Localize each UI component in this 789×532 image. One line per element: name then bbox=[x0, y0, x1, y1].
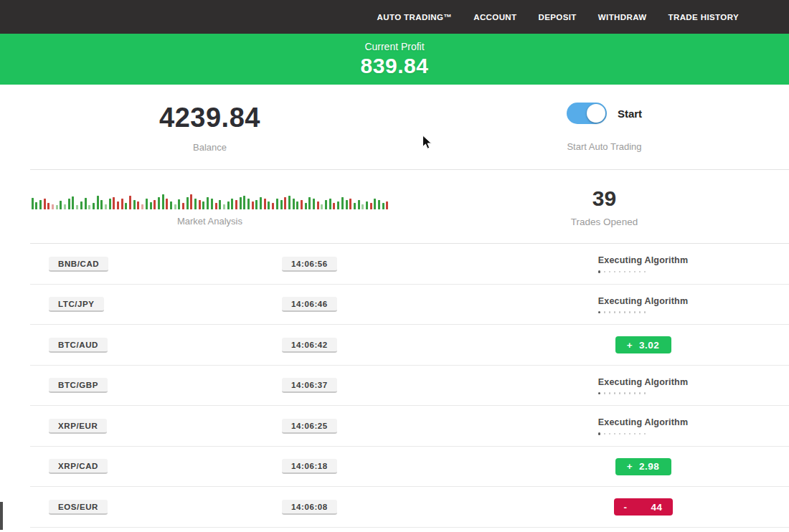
balance-value: 4239.84 bbox=[159, 103, 260, 133]
trades-opened-label: Trades Opened bbox=[571, 217, 638, 227]
balance-label: Balance bbox=[193, 142, 227, 153]
market-bar bbox=[190, 194, 192, 209]
market-bar bbox=[60, 201, 62, 209]
time-badge: 14:06:08 bbox=[282, 500, 337, 515]
trade-row: XRP/CAD 14:06:18 + 2.98 bbox=[0, 447, 789, 488]
market-bar bbox=[215, 203, 217, 209]
progress-dots bbox=[598, 432, 689, 435]
trade-result-cell: + 3.02 bbox=[497, 336, 789, 353]
nav-item-withdraw[interactable]: WITHDRAW bbox=[598, 13, 647, 22]
market-bar bbox=[64, 204, 66, 209]
market-bar bbox=[182, 203, 184, 209]
market-bar bbox=[178, 199, 180, 209]
auto-trading-toggle[interactable] bbox=[567, 103, 607, 124]
market-bar bbox=[113, 197, 115, 209]
market-bar bbox=[125, 203, 127, 209]
market-bar bbox=[255, 200, 258, 209]
market-bar bbox=[358, 200, 360, 209]
market-bar bbox=[386, 201, 388, 209]
trade-result-cell: Executing Algorithm bbox=[497, 255, 789, 273]
market-bar bbox=[301, 200, 303, 209]
market-bar bbox=[370, 203, 372, 209]
progress-dots bbox=[598, 392, 689, 395]
market-bar bbox=[280, 200, 283, 209]
market-bar bbox=[202, 201, 204, 209]
trade-row: BTC/AUD 14:06:42 + 3.02 bbox=[0, 325, 789, 366]
balance-and-toggle-row: 4239.84 Balance Start Start Auto Trading bbox=[0, 85, 789, 170]
result-amount: 2.98 bbox=[639, 461, 659, 472]
executing-algorithm-label: Executing Algorithm bbox=[598, 296, 689, 306]
executing-algorithm-label: Executing Algorithm bbox=[598, 255, 689, 265]
result-amount: 44 bbox=[651, 502, 662, 513]
market-bar bbox=[378, 200, 380, 209]
market-bar bbox=[141, 204, 143, 209]
market-bar bbox=[133, 200, 136, 209]
result-sign: - bbox=[624, 502, 628, 513]
toggle-knob bbox=[587, 104, 605, 123]
market-and-trades-row: Market Analysis 39 Trades Opened bbox=[0, 170, 789, 244]
market-bar bbox=[354, 203, 356, 209]
result-amount: 3.02 bbox=[639, 340, 659, 351]
market-bar bbox=[207, 197, 209, 209]
trade-result-cell: Executing Algorithm bbox=[497, 417, 789, 435]
nav-item-account[interactable]: ACCOUNT bbox=[473, 13, 516, 22]
market-bar bbox=[88, 205, 90, 209]
market-bar bbox=[211, 199, 213, 209]
trade-row: XRP/EUR 14:06:25 Executing Algorithm bbox=[0, 406, 789, 447]
market-bar bbox=[39, 200, 42, 209]
trade-result-cell: - 44 bbox=[497, 498, 789, 516]
trade-list: BNB/CAD 14:06:56 Executing Algorithm LTC… bbox=[0, 244, 789, 528]
market-bar bbox=[382, 203, 384, 209]
market-bar bbox=[158, 197, 160, 209]
market-bar bbox=[100, 200, 103, 209]
market-bar bbox=[268, 201, 270, 209]
market-bar bbox=[374, 199, 376, 209]
result-badge: - 44 bbox=[614, 498, 673, 516]
trade-result-cell: Executing Algorithm bbox=[497, 296, 789, 314]
market-bar bbox=[260, 197, 262, 209]
market-bar bbox=[276, 199, 278, 209]
executing-algorithm-label: Executing Algorithm bbox=[598, 417, 689, 427]
progress-dots bbox=[598, 270, 689, 273]
left-edge-strip bbox=[0, 502, 3, 530]
top-navigation: AUTO TRADING™ACCOUNTDEPOSITWITHDRAWTRADE… bbox=[0, 0, 789, 34]
trade-result-cell: + 2.98 bbox=[497, 458, 789, 475]
market-bar bbox=[227, 201, 230, 209]
trade-row: LTC/JPY 14:06:46 Executing Algorithm bbox=[0, 285, 789, 326]
auto-trading-page: AUTO TRADING™ACCOUNTDEPOSITWITHDRAWTRADE… bbox=[0, 0, 789, 532]
market-bar bbox=[325, 200, 327, 209]
market-bar bbox=[337, 201, 339, 209]
toggle-sublabel: Start Auto Trading bbox=[567, 141, 641, 152]
nav-item-deposit[interactable]: DEPOSIT bbox=[539, 13, 577, 22]
market-bar bbox=[308, 197, 311, 209]
nav-item-trade-history[interactable]: TRADE HISTORY bbox=[668, 13, 740, 22]
pair-badge: XRP/CAD bbox=[49, 459, 108, 474]
market-bar bbox=[72, 196, 74, 209]
trades-opened-value: 39 bbox=[592, 186, 616, 211]
market-analysis-chart bbox=[32, 188, 389, 209]
market-bar bbox=[32, 198, 34, 209]
auto-trading-toggle-block: Start Start Auto Trading bbox=[420, 85, 789, 170]
market-bar bbox=[252, 201, 254, 209]
market-bar bbox=[223, 204, 225, 209]
current-profit-banner: Current Profit 839.84 bbox=[0, 34, 789, 85]
market-bar bbox=[80, 201, 82, 209]
market-bar bbox=[68, 199, 70, 209]
pair-badge: BNB/CAD bbox=[49, 257, 108, 272]
market-bar bbox=[341, 197, 344, 209]
nav-item-auto-trading[interactable]: AUTO TRADING™ bbox=[377, 13, 453, 22]
market-bar bbox=[321, 204, 323, 209]
market-bar bbox=[97, 196, 99, 209]
result-sign: + bbox=[627, 340, 633, 351]
market-bar bbox=[293, 199, 295, 209]
market-bar bbox=[264, 199, 266, 209]
market-bar bbox=[150, 202, 152, 209]
market-bar bbox=[56, 205, 58, 209]
current-profit-label: Current Profit bbox=[364, 41, 424, 52]
market-bar bbox=[129, 196, 131, 209]
market-bar bbox=[85, 198, 87, 209]
trades-opened-block: 39 Trades Opened bbox=[420, 170, 789, 244]
market-bar bbox=[235, 200, 237, 209]
market-bar bbox=[117, 201, 119, 209]
executing-algorithm-label: Executing Algorithm bbox=[598, 377, 689, 387]
